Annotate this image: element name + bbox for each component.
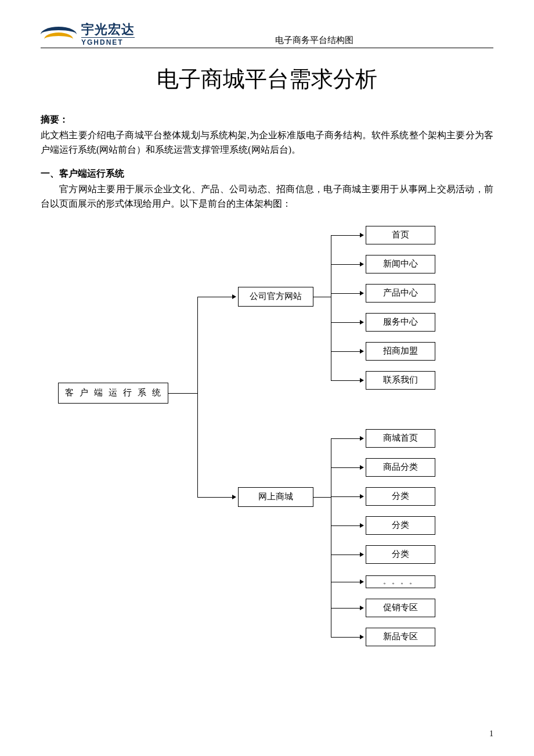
- diagram-leaf-node: 分类: [366, 545, 435, 564]
- diagram-mid-node: 公司官方网站: [238, 287, 313, 307]
- abstract-label: 摘要：: [41, 114, 493, 126]
- diagram-leaf-node: 联系我们: [366, 371, 435, 390]
- abstract-text: 此文档主要介绍电子商城平台整体规划与系统构架,为企业标准版电子商务结构。软件系统…: [41, 128, 493, 157]
- section1-text: 官方网站主要用于展示企业文化、产品、公司动态、招商信息，电子商城主要用于从事网上…: [41, 182, 493, 211]
- diagram-root-node: 客户端运行系统: [58, 383, 168, 404]
- architecture-diagram: 客户端运行系统 公司官方网站 网上商城 首页 新闻中心 产品中心 服务中心 招商…: [58, 226, 476, 644]
- diagram-leaf-node: 。。。。: [366, 575, 435, 588]
- logo-swoosh-icon: [41, 24, 77, 45]
- header-caption: 电子商务平台结构图: [135, 35, 493, 46]
- page-header: 宇光宏达 YGHDNET 电子商务平台结构图: [41, 23, 493, 48]
- logo: 宇光宏达 YGHDNET: [41, 23, 135, 46]
- diagram-leaf-node: 服务中心: [366, 313, 435, 332]
- diagram-leaf-node: 商品分类: [366, 458, 435, 477]
- diagram-leaf-node: 新闻中心: [366, 255, 435, 273]
- diagram-leaf-node: 首页: [366, 226, 435, 244]
- diagram-leaf-node: 招商加盟: [366, 342, 435, 361]
- diagram-leaf-node: 促销专区: [366, 599, 435, 617]
- logo-text-cn: 宇光宏达: [81, 23, 135, 36]
- page-number: 1: [489, 729, 493, 739]
- diagram-leaf-node: 分类: [366, 487, 435, 506]
- diagram-leaf-node: 新品专区: [366, 628, 435, 646]
- diagram-leaf-node: 分类: [366, 516, 435, 535]
- logo-text-en: YGHDNET: [81, 37, 135, 46]
- diagram-leaf-node: 商城首页: [366, 429, 435, 448]
- diagram-mid-node: 网上商城: [238, 487, 313, 507]
- diagram-leaf-node: 产品中心: [366, 284, 435, 303]
- document-title: 电子商城平台需求分析: [41, 64, 493, 94]
- section1-heading: 一、客户端运行系统: [41, 168, 493, 180]
